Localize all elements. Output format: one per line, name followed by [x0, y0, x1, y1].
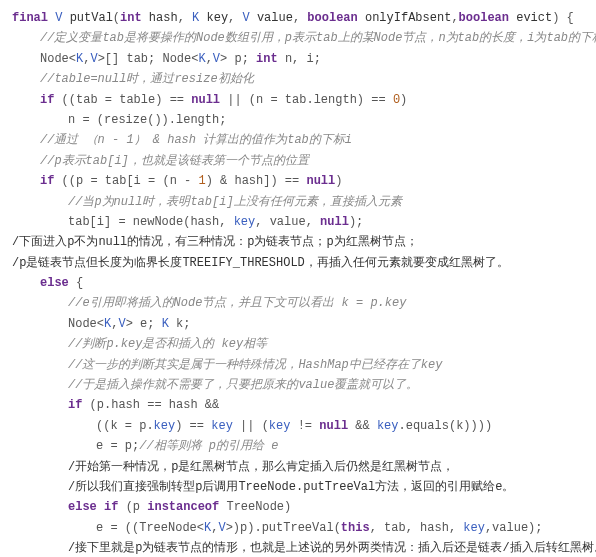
comment-line: /接下里就是p为链表节点的情形，也就是上述说的另外两类情况：插入后还是链表/插入… — [12, 538, 584, 557]
comment-line: //这一步的判断其实是属于一种特殊情况，HashMap中已经存在了key — [12, 355, 584, 375]
code-line: else { — [12, 273, 584, 293]
code-line: Node<K,V>[] tab; Node<K,V> p; int n, i; — [12, 49, 584, 69]
comment-line: //e引用即将插入的Node节点，并且下文可以看出 k = p.key — [12, 293, 584, 313]
code-line: n = (resize()).length; — [12, 110, 584, 130]
code-line: Node<K,V> e; K k; — [12, 314, 584, 334]
comment-line: //通过 （n - 1） & hash 计算出的值作为tab的下标i — [12, 130, 584, 150]
code-line: e = p;//相等则将 p的引用给 e — [12, 436, 584, 456]
comment-line: //当p为null时，表明tab[i]上没有任何元素，直接插入元素 — [12, 192, 584, 212]
code-line: tab[i] = newNode(hash, key, value, null)… — [12, 212, 584, 232]
comment-line: //table=null时，通过resize初始化 — [12, 69, 584, 89]
comment-line: //定义变量tab是将要操作的Node数组引用，p表示tab上的某Node节点，… — [12, 28, 584, 48]
code-line: if (p.hash == hash && — [12, 395, 584, 415]
code-line: if ((p = tab[i = (n - 1) & hash]) == nul… — [12, 171, 584, 191]
comment-line: //判断p.key是否和插入的 key相等 — [12, 334, 584, 354]
code-line: e = ((TreeNode<K,V>)p).putTreeVal(this, … — [12, 518, 584, 538]
comment-line: /开始第一种情况，p是红黑树节点，那么肯定插入后仍然是红黑树节点， — [12, 457, 584, 477]
comment-line: //p表示tab[i]，也就是该链表第一个节点的位置 — [12, 151, 584, 171]
comment-line: /下面进入p不为null的情况，有三种情况：p为链表节点；p为红黑树节点； — [12, 232, 584, 252]
code-line: final V putVal(int hash, K key, V value,… — [12, 8, 584, 28]
comment-line: //于是插入操作就不需要了，只要把原来的value覆盖就可以了。 — [12, 375, 584, 395]
code-line: ((k = p.key) == key || (key != null && k… — [12, 416, 584, 436]
comment-line: /p是链表节点但长度为临界长度TREEIFY_THRESHOLD，再插入任何元素… — [12, 253, 584, 273]
comment-line: /所以我们直接强制转型p后调用TreeNode.putTreeVal方法，返回的… — [12, 477, 584, 497]
code-line: else if (p instanceof TreeNode) — [12, 497, 584, 517]
code-line: if ((tab = table) == null || (n = tab.le… — [12, 90, 584, 110]
